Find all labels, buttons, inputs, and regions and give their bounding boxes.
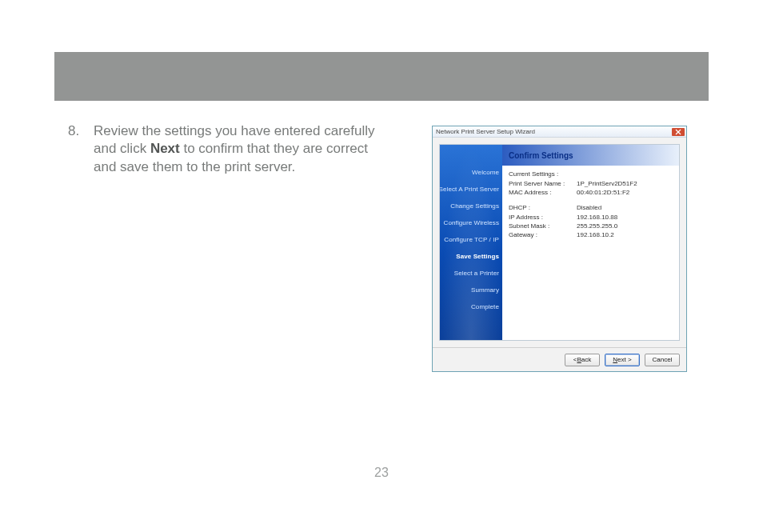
wizard-footer: < Back Next > Cancel xyxy=(433,347,686,371)
wizard-title: Network Print Server Setup Wizard xyxy=(436,128,672,135)
value-subnet-mask: 255.255.255.0 xyxy=(577,222,673,230)
row-mac-address: MAC Address : 00:40:01:2D:51:F2 xyxy=(509,188,673,197)
wizard-titlebar[interactable]: Network Print Server Setup Wizard xyxy=(433,126,686,138)
back-button[interactable]: < Back xyxy=(565,354,600,366)
wizard-content: Confirm Settings Current Settings : Prin… xyxy=(502,145,679,340)
wizard-content-body: Current Settings : Print Server Name : 1… xyxy=(502,166,679,246)
instruction-step-8: 8. Review the settings you have entered … xyxy=(68,122,388,176)
instruction-block: 8. Review the settings you have entered … xyxy=(68,122,388,176)
row-dhcp: DHCP : Disabled xyxy=(509,203,673,212)
close-icon xyxy=(675,129,681,135)
cancel-button[interactable]: Cancel xyxy=(645,354,680,366)
sidebar-item-select-printer[interactable]: Select a Printer xyxy=(454,270,499,277)
close-button[interactable] xyxy=(672,128,685,136)
wizard-main: Welcome Select A Print Server Change Set… xyxy=(439,144,680,341)
label-ip-address: IP Address : xyxy=(509,213,577,222)
next-button-rest: ext > xyxy=(617,356,632,363)
sidebar-item-select-print-server[interactable]: Select A Print Server xyxy=(439,186,499,193)
label-subnet-mask: Subnet Mask : xyxy=(509,222,577,230)
sidebar-item-summary[interactable]: Summary xyxy=(471,286,499,294)
value-dhcp: Disabled xyxy=(577,203,673,212)
row-gateway: Gateway : 192.168.10.2 xyxy=(509,230,673,239)
value-ip-address: 192.168.10.88 xyxy=(577,213,673,222)
step-number: 8. xyxy=(68,122,94,176)
cancel-button-label: Cancel xyxy=(653,356,673,363)
sidebar-item-configure-wireless[interactable]: Configure Wireless xyxy=(444,219,499,226)
document-page: 8. Review the settings you have entered … xyxy=(0,0,763,532)
step-text-bold: Next xyxy=(150,141,180,156)
sidebar-item-welcome[interactable]: Welcome xyxy=(472,169,499,176)
back-button-rest: ack xyxy=(581,356,591,363)
row-subnet-mask: Subnet Mask : 255.255.255.0 xyxy=(509,222,673,230)
label-mac-address: MAC Address : xyxy=(509,188,577,197)
wizard-client-area: Welcome Select A Print Server Change Set… xyxy=(433,138,686,347)
next-button[interactable]: Next > xyxy=(605,354,640,366)
step-text: Review the settings you have entered car… xyxy=(94,122,388,176)
wizard-content-header: Confirm Settings xyxy=(502,145,679,166)
label-print-server-name: Print Server Name : xyxy=(509,179,577,188)
label-gateway: Gateway : xyxy=(509,230,577,239)
value-gateway: 192.168.10.2 xyxy=(577,230,673,239)
page-number: 23 xyxy=(0,466,763,480)
label-dhcp: DHCP : xyxy=(509,203,577,212)
wizard-window: Network Print Server Setup Wizard Welcom… xyxy=(432,126,687,372)
sidebar-item-save-settings[interactable]: Save Settings xyxy=(456,253,499,260)
header-banner xyxy=(54,52,709,101)
sidebar-item-change-settings[interactable]: Change Settings xyxy=(450,202,499,210)
settings-spacer xyxy=(509,197,673,203)
value-print-server-name: 1P_PrintServ2D51F2 xyxy=(577,179,673,188)
wizard-sidebar: Welcome Select A Print Server Change Set… xyxy=(440,145,502,340)
current-settings-label: Current Settings : xyxy=(509,170,673,178)
row-ip-address: IP Address : 192.168.10.88 xyxy=(509,213,673,222)
wizard-content-heading: Confirm Settings xyxy=(509,151,573,160)
sidebar-item-configure-tcpip[interactable]: Configure TCP / IP xyxy=(444,236,499,243)
value-mac-address: 00:40:01:2D:51:F2 xyxy=(577,188,673,197)
row-print-server-name: Print Server Name : 1P_PrintServ2D51F2 xyxy=(509,179,673,188)
sidebar-item-complete[interactable]: Complete xyxy=(471,303,499,310)
